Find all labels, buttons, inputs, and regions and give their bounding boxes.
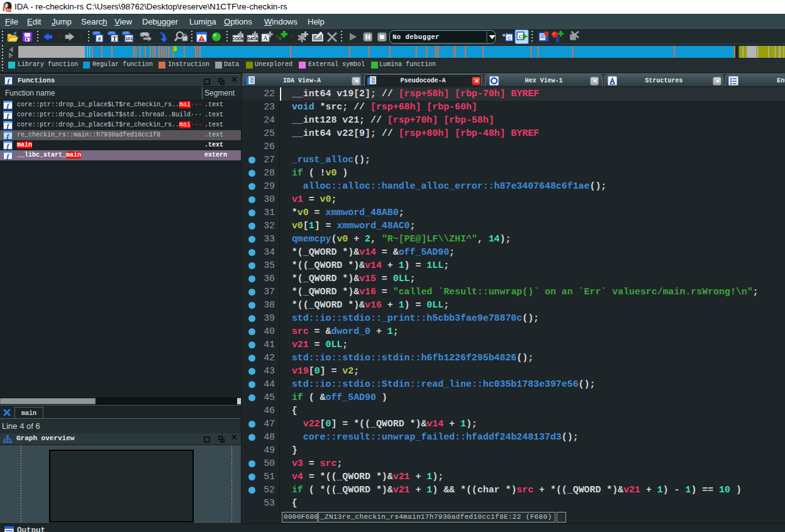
svg-text:DATA: DATA — [247, 36, 258, 41]
svg-text:#: # — [97, 36, 101, 42]
svg-text:C: C — [508, 35, 511, 41]
svg-text:64: 64 — [7, 8, 11, 12]
svg-text:No debugger: No debugger — [392, 33, 440, 41]
svg-text:T: T — [113, 35, 117, 42]
svg-text:A: A — [263, 35, 268, 42]
svg-text:101: 101 — [125, 36, 133, 41]
svg-text:!: ! — [201, 36, 202, 41]
svg-text:CODE: CODE — [232, 36, 244, 41]
svg-text:C: C — [519, 34, 523, 40]
